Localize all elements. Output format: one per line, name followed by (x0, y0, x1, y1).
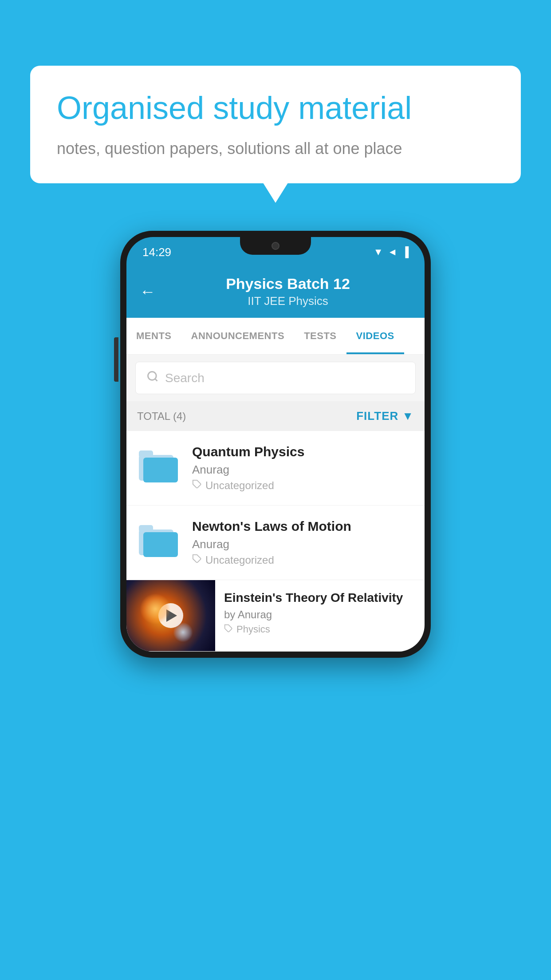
svg-line-1 (155, 379, 157, 381)
phone-outer: 14:29 ▼ ◄ ▐ ← Physics Batch 12 IIT JEE P… (120, 231, 431, 658)
tag-text-einstein: Physics (236, 624, 270, 635)
video-tag-quantum: Uncategorized (192, 479, 414, 492)
svg-point-0 (148, 372, 157, 380)
video-author-quantum: Anurag (192, 463, 414, 477)
tag-text-quantum: Uncategorized (205, 479, 274, 492)
status-time: 14:29 (142, 245, 171, 259)
filter-label: FILTER (356, 409, 398, 423)
status-icons: ▼ ◄ ▐ (374, 246, 409, 258)
filter-button[interactable]: FILTER ▼ (356, 409, 414, 423)
app-header: ← Physics Batch 12 IIT JEE Physics (126, 267, 425, 318)
tag-icon-quantum (192, 479, 202, 492)
bubble-subtitle: notes, question papers, solutions all at… (57, 138, 494, 160)
video-author-newton: Anurag (192, 537, 414, 551)
svg-rect-8 (143, 532, 178, 557)
tab-ments[interactable]: MENTS (126, 318, 181, 354)
video-author-einstein: by Anurag (224, 609, 416, 621)
tag-text-newton: Uncategorized (205, 554, 274, 566)
tab-tests[interactable]: TESTS (294, 318, 346, 354)
search-placeholder: Search (165, 371, 205, 385)
header-tags: IIT JEE Physics (165, 294, 411, 308)
bubble-title: Organised study material (57, 89, 494, 127)
phone-screen: 14:29 ▼ ◄ ▐ ← Physics Batch 12 IIT JEE P… (126, 237, 425, 652)
svg-rect-7 (139, 525, 153, 532)
video-tag-einstein: Physics (224, 624, 416, 635)
wifi-icon: ▼ (374, 246, 383, 258)
video-list: Quantum Physics Anurag Uncategorized (126, 431, 425, 652)
speech-bubble: Organised study material notes, question… (30, 66, 521, 183)
tab-announcements[interactable]: ANNOUNCEMENTS (181, 318, 295, 354)
speech-bubble-container: Organised study material notes, question… (30, 66, 521, 183)
signal-icon: ◄ (388, 246, 398, 258)
video-tag-newton: Uncategorized (192, 554, 414, 566)
folder-icon-newton (137, 519, 181, 563)
tabs-bar: MENTS ANNOUNCEMENTS TESTS VIDEOS (126, 318, 425, 355)
search-container: Search (126, 355, 425, 401)
space-glow2 (173, 622, 193, 642)
filter-bar: TOTAL (4) FILTER ▼ (126, 401, 425, 431)
tab-videos[interactable]: VIDEOS (346, 318, 404, 354)
notch (240, 237, 311, 255)
einstein-thumbnail (126, 580, 215, 651)
tag-icon-einstein (224, 624, 233, 635)
status-bar: 14:29 ▼ ◄ ▐ (126, 237, 425, 267)
tag-icon-newton (192, 554, 202, 566)
total-count: TOTAL (4) (137, 410, 186, 423)
filter-icon: ▼ (402, 409, 414, 423)
back-button[interactable]: ← (140, 282, 156, 301)
header-title-block: Physics Batch 12 IIT JEE Physics (165, 275, 411, 308)
video-title-newton: Newton's Laws of Motion (192, 519, 414, 534)
camera-dot (272, 242, 279, 250)
video-title-quantum: Quantum Physics (192, 444, 414, 459)
video-title-einstein: Einstein's Theory Of Relativity (224, 591, 416, 605)
video-info-einstein: Einstein's Theory Of Relativity by Anura… (215, 580, 425, 646)
header-title: Physics Batch 12 (165, 275, 411, 292)
einstein-bg (126, 580, 215, 651)
search-icon (146, 370, 159, 386)
list-item[interactable]: Quantum Physics Anurag Uncategorized (126, 431, 425, 506)
video-info-quantum: Quantum Physics Anurag Uncategorized (192, 444, 414, 492)
phone-mockup: 14:29 ▼ ◄ ▐ ← Physics Batch 12 IIT JEE P… (120, 231, 431, 658)
svg-rect-4 (143, 458, 178, 482)
list-item[interactable]: Einstein's Theory Of Relativity by Anura… (126, 580, 425, 652)
svg-rect-3 (139, 450, 153, 458)
search-bar[interactable]: Search (135, 362, 416, 394)
folder-icon-quantum (137, 444, 181, 489)
video-info-newton: Newton's Laws of Motion Anurag Uncategor… (192, 519, 414, 566)
battery-icon: ▐ (401, 246, 409, 258)
list-item[interactable]: Newton's Laws of Motion Anurag Uncategor… (126, 506, 425, 580)
space-glow (140, 593, 171, 624)
